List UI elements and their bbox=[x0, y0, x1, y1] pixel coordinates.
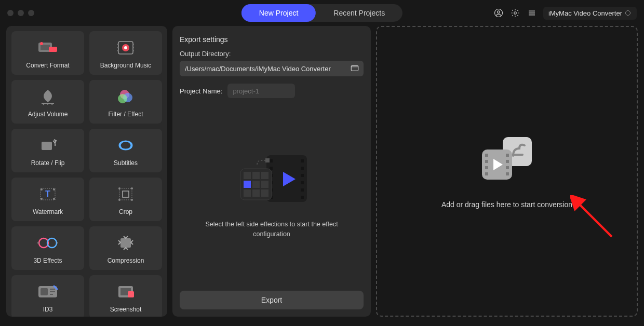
tool-rotate-flip[interactable]: Rotate / Flip bbox=[11, 129, 84, 172]
svg-point-28 bbox=[41, 198, 43, 200]
svg-rect-76 bbox=[485, 154, 488, 157]
project-tabs: New Project Recent Projects bbox=[242, 4, 403, 22]
annotation-arrow-icon bbox=[570, 195, 617, 242]
tool-convert-format[interactable]: Convert Format bbox=[11, 31, 84, 75]
close-window-icon[interactable] bbox=[7, 10, 14, 16]
tool-id3[interactable]: ID3 bbox=[11, 275, 84, 317]
convert-format-icon bbox=[11, 37, 84, 59]
svg-rect-70 bbox=[252, 189, 260, 197]
tool-label: Compression bbox=[108, 257, 144, 264]
browse-folder-icon[interactable] bbox=[350, 63, 359, 74]
svg-point-34 bbox=[118, 199, 120, 201]
output-directory-value: /Users/mac/Documents/iMyMac Video Conver… bbox=[185, 65, 347, 73]
app-title-badge: iMyMac Video Converter bbox=[543, 7, 637, 20]
tool-label: Background Music bbox=[100, 62, 152, 69]
tool-crop[interactable]: Crop bbox=[89, 178, 162, 221]
dropzone-text: Add or drag files here to start conversi… bbox=[441, 200, 572, 209]
output-directory-field[interactable]: /Users/mac/Documents/iMyMac Video Conver… bbox=[180, 61, 364, 76]
tool-label: ID3 bbox=[43, 306, 53, 313]
svg-rect-78 bbox=[485, 166, 488, 169]
screenshot-icon bbox=[89, 281, 162, 303]
tool-subtitles[interactable]: Subtitles bbox=[89, 129, 162, 172]
rotate-flip-icon bbox=[11, 134, 84, 156]
svg-rect-30 bbox=[119, 188, 132, 200]
tool-compression[interactable]: Compression bbox=[89, 226, 162, 270]
svg-point-33 bbox=[131, 187, 133, 189]
id3-icon bbox=[11, 281, 84, 303]
tool-label: Screenshot bbox=[110, 306, 142, 313]
project-name-input[interactable] bbox=[227, 84, 295, 98]
svg-rect-80 bbox=[506, 154, 509, 157]
compression-icon bbox=[89, 232, 162, 254]
svg-rect-59 bbox=[301, 181, 304, 184]
svg-rect-56 bbox=[301, 159, 304, 162]
svg-rect-12 bbox=[117, 47, 119, 48]
svg-rect-82 bbox=[506, 166, 509, 169]
svg-rect-11 bbox=[117, 44, 119, 45]
background-music-icon bbox=[89, 37, 162, 59]
crop-icon bbox=[89, 183, 162, 205]
svg-rect-65 bbox=[261, 172, 269, 179]
svg-rect-48 bbox=[351, 65, 358, 71]
tool-label: Watermark bbox=[33, 208, 63, 215]
tab-new-project[interactable]: New Project bbox=[242, 4, 316, 22]
menu-icon[interactable] bbox=[527, 8, 537, 18]
maximize-window-icon[interactable] bbox=[28, 10, 34, 16]
tool-3d-effects[interactable]: 3D Effects bbox=[11, 226, 84, 270]
tool-label: Adjust Volume bbox=[28, 111, 68, 118]
svg-rect-77 bbox=[485, 160, 488, 163]
tool-adjust-volume[interactable]: Adjust Volume bbox=[11, 80, 84, 124]
svg-rect-71 bbox=[261, 189, 269, 197]
svg-rect-41 bbox=[41, 288, 48, 295]
svg-point-26 bbox=[41, 188, 43, 191]
app-title: iMyMac Video Converter bbox=[548, 9, 622, 17]
svg-line-84 bbox=[578, 202, 612, 237]
svg-rect-72 bbox=[244, 181, 251, 188]
tools-sidebar: Convert FormatBackground MusicAdjust Vol… bbox=[6, 26, 167, 317]
tool-label: Filter / Effect bbox=[108, 111, 143, 118]
3d-effects-icon bbox=[11, 232, 84, 254]
tool-background-music[interactable]: Background Music bbox=[89, 31, 162, 75]
svg-rect-50 bbox=[270, 159, 273, 162]
tool-label: Crop bbox=[119, 208, 132, 215]
svg-point-2 bbox=[514, 12, 517, 15]
tab-recent-projects[interactable]: Recent Projects bbox=[316, 4, 403, 22]
app-badge-icon bbox=[625, 10, 630, 16]
svg-rect-15 bbox=[132, 47, 134, 48]
effect-hint-text: Select the left side effections to start… bbox=[194, 220, 350, 239]
svg-point-27 bbox=[53, 188, 55, 191]
svg-rect-7 bbox=[41, 45, 50, 50]
svg-rect-58 bbox=[301, 174, 304, 177]
svg-point-18 bbox=[124, 46, 127, 49]
tool-filter-effect[interactable]: Filter / Effect bbox=[89, 80, 162, 124]
svg-rect-39 bbox=[120, 238, 131, 248]
svg-rect-23 bbox=[42, 142, 52, 150]
window-controls bbox=[7, 10, 34, 16]
svg-rect-31 bbox=[123, 191, 129, 197]
svg-rect-61 bbox=[301, 196, 304, 199]
account-icon[interactable] bbox=[493, 8, 504, 18]
settings-gear-icon[interactable] bbox=[510, 8, 520, 18]
watermark-icon: T bbox=[11, 183, 84, 205]
svg-rect-60 bbox=[301, 188, 304, 192]
svg-point-35 bbox=[131, 199, 133, 201]
svg-point-1 bbox=[498, 11, 500, 13]
filter-effect-icon bbox=[89, 86, 162, 107]
effect-placeholder-illustration bbox=[230, 146, 313, 210]
svg-point-9 bbox=[40, 42, 43, 45]
tool-screenshot[interactable]: Screenshot bbox=[89, 275, 162, 317]
svg-rect-73 bbox=[265, 158, 270, 162]
file-dropzone[interactable]: Add or drag files here to start conversi… bbox=[376, 26, 638, 317]
export-button[interactable]: Export bbox=[180, 291, 364, 309]
svg-rect-68 bbox=[261, 181, 269, 188]
svg-rect-83 bbox=[506, 172, 509, 175]
export-settings-panel: Export settings Output Directory: /Users… bbox=[172, 26, 371, 317]
tool-label: 3D Effects bbox=[33, 257, 62, 264]
minimize-window-icon[interactable] bbox=[18, 10, 24, 16]
svg-rect-67 bbox=[252, 181, 260, 188]
svg-text:T: T bbox=[45, 189, 50, 198]
tool-watermark[interactable]: TWatermark bbox=[11, 178, 84, 221]
svg-rect-69 bbox=[244, 189, 251, 197]
svg-point-32 bbox=[118, 187, 120, 189]
svg-rect-63 bbox=[244, 172, 251, 179]
